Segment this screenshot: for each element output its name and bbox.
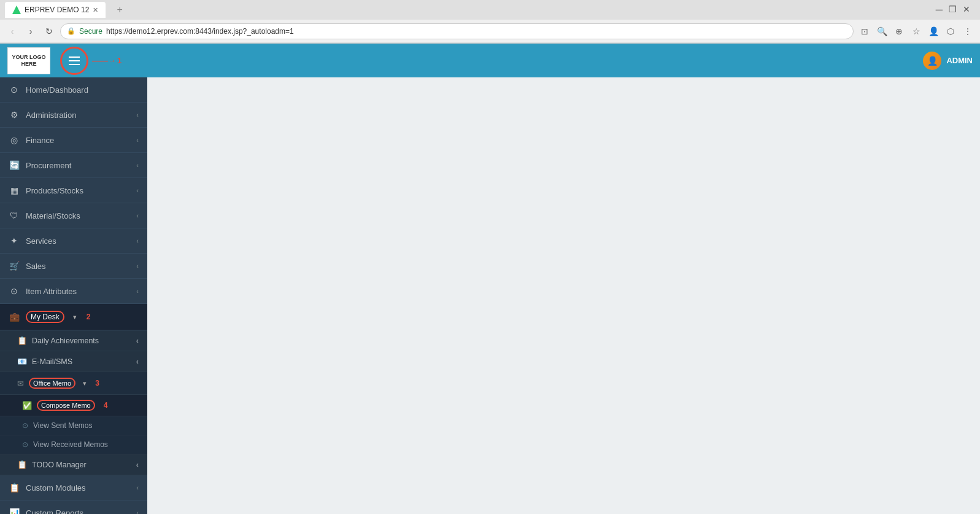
services-chevron: ‹ [136, 237, 139, 244]
sidebar-label-home: Home/Dashboard [26, 85, 139, 95]
sidebar-item-services[interactable]: ✦ Services ‹ [0, 228, 147, 254]
browser-action-icons: ⊡ 🔍 ⊕ ☆ 👤 ⬡ ⋮ [857, 24, 975, 39]
cast-icon[interactable]: ⊡ [857, 24, 872, 39]
custom-modules-icon: 📋 [9, 482, 20, 493]
sidebar-label-material-stocks: Material/Stocks [26, 211, 130, 220]
item-attributes-icon: ⊙ [9, 286, 20, 297]
my-desk-annotation-circle: My Desk [26, 311, 64, 323]
hamburger-line-1 [69, 56, 80, 58]
sidebar-label-item-attributes: Item Attributes [26, 287, 130, 296]
sidebar-label-email-sms: E-Mail/SMS [32, 357, 72, 366]
products-icon: ▦ [9, 185, 20, 196]
material-icon: 🛡 [9, 210, 20, 221]
annotation-2: 2 [87, 313, 91, 321]
sidebar-label-office-memo: Office Memo [33, 380, 71, 387]
custom-reports-chevron: ‹ [136, 509, 139, 514]
sidebar-label-finance: Finance [26, 136, 130, 145]
sidebar-item-office-memo[interactable]: ✉ Office Memo ▾ 3 [0, 372, 147, 395]
annotation-arrow-1: ——→ 1 [92, 56, 122, 65]
sidebar-item-home[interactable]: ⊙ Home/Dashboard [0, 77, 147, 103]
tab-close-btn[interactable]: ✕ [93, 6, 98, 14]
todo-manager-chevron: ‹ [136, 461, 139, 469]
sidebar-label-administration: Administration [26, 111, 130, 120]
hamburger-btn[interactable] [64, 51, 84, 71]
sidebar-label-todo-manager: TODO Manager [32, 461, 87, 469]
user-avatar: 👤 [923, 52, 941, 70]
sidebar-item-custom-reports[interactable]: 📊 Custom Reports ‹ [0, 500, 147, 514]
reload-btn[interactable]: ↻ [42, 24, 56, 39]
user-label: ADMIN [946, 56, 973, 65]
sidebar-item-material-stocks[interactable]: 🛡 Material/Stocks ‹ [0, 203, 147, 228]
bookmark-icon[interactable]: ☆ [909, 24, 924, 39]
sidebar-item-sales[interactable]: 🛒 Sales ‹ [0, 254, 147, 279]
finance-chevron: ‹ [136, 136, 139, 144]
sidebar-item-view-received-memos[interactable]: ⊙ View Received Memos [0, 435, 147, 454]
sidebar: ⊙ Home/Dashboard ⚙ Administration ‹ ◎ Fi… [0, 77, 147, 514]
sidebar-item-view-sent-memos[interactable]: ⊙ View Sent Memos [0, 416, 147, 435]
address-bar[interactable]: 🔒 Secure https://demo12.erprev.com:8443/… [60, 23, 854, 39]
sidebar-item-procurement[interactable]: 🔄 Procurement ‹ [0, 153, 147, 178]
tab-favicon [12, 6, 21, 14]
hamburger-line-2 [69, 60, 80, 61]
annotation-4: 4 [104, 401, 108, 410]
sidebar-item-todo-manager[interactable]: 📋 TODO Manager ‹ [0, 454, 147, 475]
hamburger-area: ——→ 1 [60, 47, 122, 75]
hamburger-line-3 [69, 64, 80, 65]
browser-titlebar: ERPREV DEMO 12 ✕ + ─ ❒ ✕ [0, 0, 980, 20]
zoom-icon[interactable]: 🔍 [874, 24, 889, 39]
sidebar-label-custom-modules: Custom Modules [26, 483, 130, 493]
my-desk-icon: 💼 [9, 311, 20, 322]
annotation-number-1: 1 [117, 56, 122, 65]
daily-achievements-chevron: ‹ [136, 337, 139, 345]
my-desk-chevron: ▾ [73, 313, 77, 321]
office-memo-icon: ✉ [17, 379, 24, 388]
active-browser-tab[interactable]: ERPREV DEMO 12 ✕ [5, 2, 106, 18]
todo-manager-icon: 📋 [17, 460, 27, 469]
annotation-3: 3 [95, 379, 99, 387]
procurement-icon: 🔄 [9, 160, 20, 171]
sales-chevron: ‹ [136, 262, 139, 270]
custom-reports-icon: 📊 [9, 507, 20, 514]
view-sent-memos-icon: ⊙ [22, 421, 28, 430]
sidebar-label-view-received-memos: View Received Memos [33, 440, 108, 449]
new-tab-btn[interactable]: + [109, 2, 207, 18]
material-chevron: ‹ [136, 212, 139, 219]
maximize-btn[interactable]: ❒ [949, 4, 957, 15]
secure-icon: 🔒 [67, 27, 75, 35]
office-memo-chevron: ▾ [83, 380, 87, 387]
compose-memo-icon: ✅ [22, 401, 32, 410]
tab-title: ERPREV DEMO 12 [25, 6, 89, 14]
sidebar-label-my-desk: My Desk [31, 313, 60, 321]
sidebar-item-email-sms[interactable]: 📧 E-Mail/SMS ‹ [0, 351, 147, 372]
close-btn[interactable]: ✕ [963, 4, 970, 15]
administration-chevron: ‹ [136, 111, 139, 119]
sidebar-label-products-stocks: Products/Stocks [26, 186, 130, 195]
forward-btn[interactable]: › [23, 24, 38, 39]
sidebar-item-finance[interactable]: ◎ Finance ‹ [0, 128, 147, 153]
sidebar-item-item-attributes[interactable]: ⊙ Item Attributes ‹ [0, 279, 147, 304]
app-container: ⊙ Home/Dashboard ⚙ Administration ‹ ◎ Fi… [0, 77, 980, 514]
main-content [147, 77, 980, 514]
menu-icon[interactable]: ⋮ [960, 24, 975, 39]
profile-icon[interactable]: 👤 [926, 24, 941, 39]
minimize-btn[interactable]: ─ [936, 4, 943, 15]
services-icon: ✦ [9, 235, 20, 246]
sidebar-label-services: Services [26, 236, 130, 246]
sidebar-item-products-stocks[interactable]: ▦ Products/Stocks ‹ [0, 178, 147, 203]
browser-controls: ‹ › ↻ 🔒 Secure https://demo12.erprev.com… [0, 20, 980, 43]
view-received-memos-icon: ⊙ [22, 440, 28, 449]
logo: YOUR LOGO HERE [7, 47, 50, 74]
sidebar-item-administration[interactable]: ⚙ Administration ‹ [0, 103, 147, 128]
tune-icon[interactable]: ⊕ [892, 24, 906, 39]
sidebar-label-procurement: Procurement [26, 161, 130, 170]
extensions-icon[interactable]: ⬡ [943, 24, 958, 39]
home-icon: ⊙ [9, 84, 20, 95]
sidebar-item-compose-memo[interactable]: ✅ Compose Memo 4 [0, 395, 147, 416]
back-btn[interactable]: ‹ [5, 24, 20, 39]
compose-memo-annotation-circle: Compose Memo [37, 400, 95, 411]
sidebar-item-custom-modules[interactable]: 📋 Custom Modules ‹ [0, 475, 147, 500]
sidebar-item-my-desk[interactable]: 💼 My Desk ▾ 2 [0, 304, 147, 330]
window-controls: ─ ❒ ✕ [936, 4, 970, 15]
logo-text: YOUR LOGO HERE [8, 54, 50, 68]
sidebar-item-daily-achievements[interactable]: 📋 Daily Achievements ‹ [0, 330, 147, 351]
